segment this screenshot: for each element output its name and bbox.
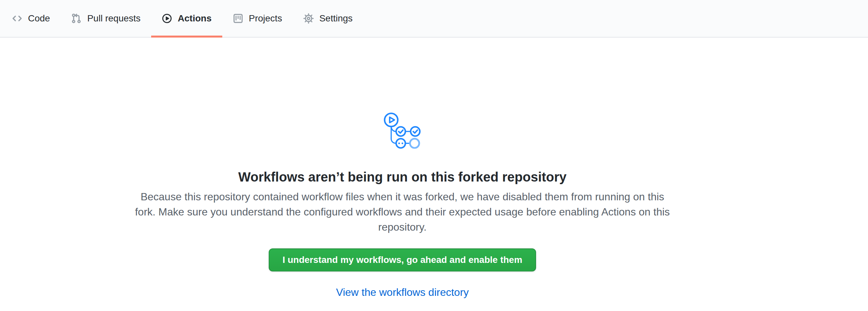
tab-label: Code bbox=[28, 14, 50, 23]
tab-projects[interactable]: Projects bbox=[222, 0, 293, 37]
code-icon bbox=[12, 13, 22, 24]
repo-tab-bar: Code Pull requests Actions bbox=[0, 0, 868, 37]
tab-label: Actions bbox=[178, 14, 212, 23]
pull-request-icon bbox=[71, 13, 82, 24]
tab-pull-requests[interactable]: Pull requests bbox=[61, 0, 151, 37]
tab-actions[interactable]: Actions bbox=[151, 0, 222, 37]
empty-state-description: Because this repository contained workfl… bbox=[129, 189, 676, 235]
tab-label: Pull requests bbox=[87, 14, 141, 23]
gear-icon bbox=[303, 13, 314, 24]
project-icon bbox=[233, 13, 243, 24]
tab-label: Settings bbox=[319, 14, 353, 23]
tab-settings[interactable]: Settings bbox=[293, 0, 363, 37]
view-workflows-directory-link[interactable]: View the workflows directory bbox=[336, 286, 469, 298]
play-icon bbox=[162, 13, 172, 24]
empty-state-title: Workflows aren’t being run on this forke… bbox=[0, 169, 805, 185]
enable-workflows-button[interactable]: I understand my workflows, go ahead and … bbox=[269, 248, 536, 272]
tab-code[interactable]: Code bbox=[1, 0, 61, 37]
tab-label: Projects bbox=[249, 14, 282, 23]
actions-disabled-empty-state: Workflows aren’t being run on this forke… bbox=[0, 37, 805, 300]
workflow-graph-icon bbox=[383, 112, 422, 150]
